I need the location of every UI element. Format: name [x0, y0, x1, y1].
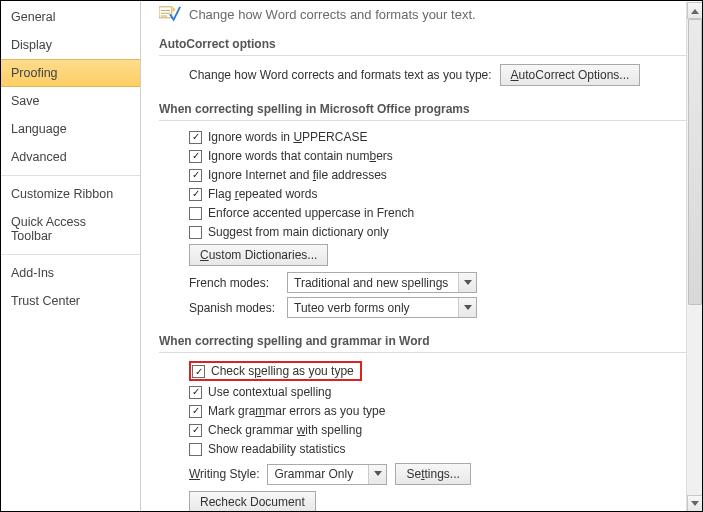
label-mark-grammar: Mark grammar errors as you type: [208, 403, 385, 419]
proofing-options-panel: Change how Word corrects and formats you…: [141, 1, 703, 512]
sidebar-item-advanced[interactable]: Advanced: [1, 143, 140, 171]
proofing-header-icon: [159, 5, 181, 23]
custom-dictionaries-button[interactable]: Custom Dictionaries...: [189, 244, 328, 266]
autocorrect-options-button[interactable]: AutoCorrect Options...: [500, 64, 641, 86]
sidebar-item-display[interactable]: Display: [1, 31, 140, 59]
writing-style-label: Writing Style:: [189, 467, 259, 481]
label-flag-repeated: Flag repeated words: [208, 186, 317, 202]
section-title-autocorrect: AutoCorrect options: [159, 31, 686, 56]
label-check-grammar-spelling: Check grammar with spelling: [208, 422, 362, 438]
spanish-modes-label: Spanish modes:: [189, 301, 279, 315]
sidebar-item-general[interactable]: General: [1, 3, 140, 31]
scroll-up-button[interactable]: [687, 2, 703, 19]
french-modes-value: Traditional and new spellings: [288, 276, 458, 290]
section-title-spell-office: When correcting spelling in Microsoft Of…: [159, 96, 686, 121]
sidebar-item-save[interactable]: Save: [1, 87, 140, 115]
checkbox-ignore-numbers[interactable]: ✓: [189, 150, 202, 163]
chevron-down-icon: [458, 273, 476, 292]
autocorrect-desc: Change how Word corrects and formats tex…: [189, 68, 492, 82]
label-check-spelling: Check spelling as you type: [211, 364, 354, 378]
vertical-scrollbar[interactable]: [686, 2, 703, 512]
sidebar-item-customize-ribbon[interactable]: Customize Ribbon: [1, 180, 140, 208]
chevron-down-icon: [458, 298, 476, 317]
section-title-spell-word: When correcting spelling and grammar in …: [159, 328, 686, 353]
checkbox-flag-repeated[interactable]: ✓: [189, 188, 202, 201]
scroll-down-button[interactable]: [687, 495, 703, 512]
sidebar-item-trust-center[interactable]: Trust Center: [1, 287, 140, 315]
sidebar-separator: [1, 175, 140, 176]
label-ignore-numbers: Ignore words that contain numbers: [208, 148, 393, 164]
checkbox-enforce-french[interactable]: [189, 207, 202, 220]
checkbox-ignore-uppercase[interactable]: ✓: [189, 131, 202, 144]
checkbox-ignore-internet[interactable]: ✓: [189, 169, 202, 182]
checkbox-readability[interactable]: [189, 443, 202, 456]
highlighted-option: ✓ Check spelling as you type: [189, 361, 362, 381]
chevron-down-icon: [368, 465, 386, 484]
options-category-sidebar: General Display Proofing Save Language A…: [1, 1, 141, 512]
sidebar-item-proofing[interactable]: Proofing: [1, 59, 140, 87]
label-main-dictionary: Suggest from main dictionary only: [208, 224, 389, 240]
spanish-modes-select[interactable]: Tuteo verb forms only: [287, 297, 477, 318]
sidebar-separator: [1, 254, 140, 255]
recheck-document-button[interactable]: Recheck Document: [189, 491, 316, 512]
sidebar-item-language[interactable]: Language: [1, 115, 140, 143]
french-modes-label: French modes:: [189, 276, 279, 290]
scroll-thumb[interactable]: [688, 19, 702, 305]
writing-style-value: Grammar Only: [268, 467, 368, 481]
sidebar-item-quick-access-toolbar[interactable]: Quick Access Toolbar: [1, 208, 140, 250]
writing-style-select[interactable]: Grammar Only: [267, 464, 387, 485]
label-ignore-uppercase: Ignore words in UPPERCASE: [208, 129, 367, 145]
sidebar-item-add-ins[interactable]: Add-Ins: [1, 259, 140, 287]
scroll-track[interactable]: [687, 19, 703, 495]
checkbox-check-grammar-spelling[interactable]: ✓: [189, 424, 202, 437]
french-modes-select[interactable]: Traditional and new spellings: [287, 272, 477, 293]
spanish-modes-value: Tuteo verb forms only: [288, 301, 458, 315]
proofing-header-text: Change how Word corrects and formats you…: [189, 7, 476, 22]
checkbox-contextual-spelling[interactable]: ✓: [189, 386, 202, 399]
checkbox-mark-grammar[interactable]: ✓: [189, 405, 202, 418]
label-readability: Show readability statistics: [208, 441, 345, 457]
label-ignore-internet: Ignore Internet and file addresses: [208, 167, 387, 183]
checkbox-check-spelling[interactable]: ✓: [192, 365, 205, 378]
settings-button[interactable]: Settings...: [395, 463, 470, 485]
label-contextual-spelling: Use contextual spelling: [208, 384, 331, 400]
checkbox-main-dictionary[interactable]: [189, 226, 202, 239]
label-enforce-french: Enforce accented uppercase in French: [208, 205, 414, 221]
